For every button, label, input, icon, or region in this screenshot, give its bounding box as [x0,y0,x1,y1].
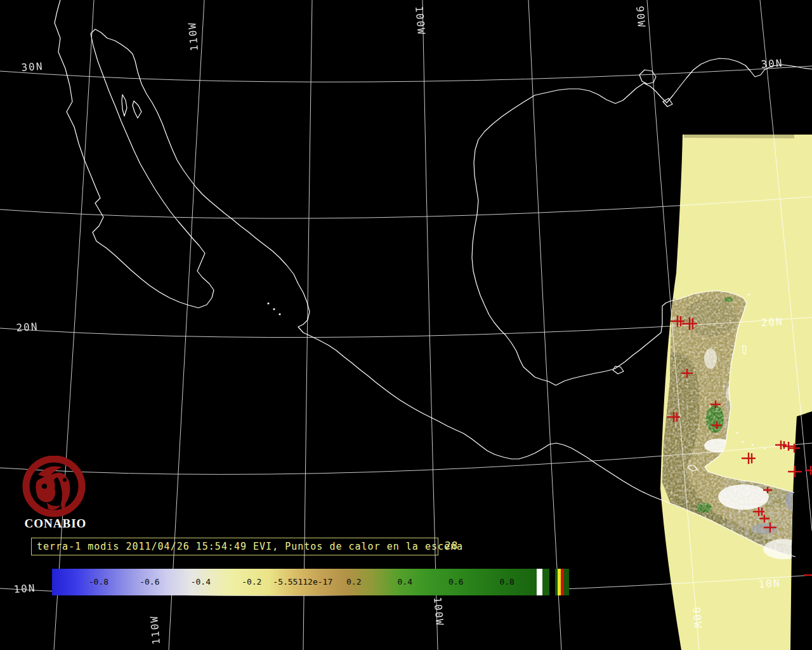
island-tiburon [133,101,141,118]
swath-top-strip [684,135,794,138]
colorbar-tick-label: 0.6 [449,577,463,587]
island-angel-guarda [122,95,127,116]
colorbar-tick-label: 0.4 [397,577,412,587]
colorbar-end-stripe [561,569,564,595]
graticule-label: 110W [186,21,200,51]
colorbar-tick-label: 0.8 [499,577,514,587]
colorbar-tick-label: -5.55112e-17 [273,577,332,587]
graticule-label: 10N [758,577,781,590]
coast-mississippi-delta [663,98,672,107]
graticule-label: 10N [13,582,36,595]
colorbar-tick-label: -0.4 [191,577,211,587]
conabio-logo: CONABIO [19,456,92,535]
conabio-logo-text: CONABIO [19,517,92,531]
coast-lake-pontchartrain [639,70,656,84]
graticule-label: 110W [148,614,162,645]
title-box: terra-1 modis 2011/04/26 15:54:49 EVI, P… [31,538,438,555]
graticule-label: 20N [16,321,39,334]
scene-count: 28 [445,540,458,552]
satellite-map-screen: 30N20N10N30N20N10N110W100W90W110W100W90W… [0,0,812,650]
coast-terminos-lagoon [613,366,624,374]
colorbar-end-stripe [549,569,555,595]
graticule-label: 30N [761,57,783,70]
graticule-label: 100W [431,597,446,627]
colorbar-tick-label: -0.6 [140,577,159,587]
graticule-label: 30N [21,60,44,74]
graticule-label: 90W [690,607,704,630]
colorbar-tick-label: -0.8 [89,577,108,587]
colorbar-legend: -0.8-0.6-0.4-0.2-5.55112e-170.20.40.60.8 [52,569,569,595]
title-text: terra-1 modis 2011/04/26 15:54:49 EVI, P… [32,541,463,552]
graticule-label: 100W [413,6,428,36]
graticule-label: 90W [634,6,648,29]
meridian-95w [528,0,561,650]
colorbar-tick-label: -0.2 [242,577,261,587]
colorbar-end-stripe [537,569,542,595]
colorbar-tick-label: 0.2 [346,577,361,587]
graticule-label: 20N [761,315,783,329]
